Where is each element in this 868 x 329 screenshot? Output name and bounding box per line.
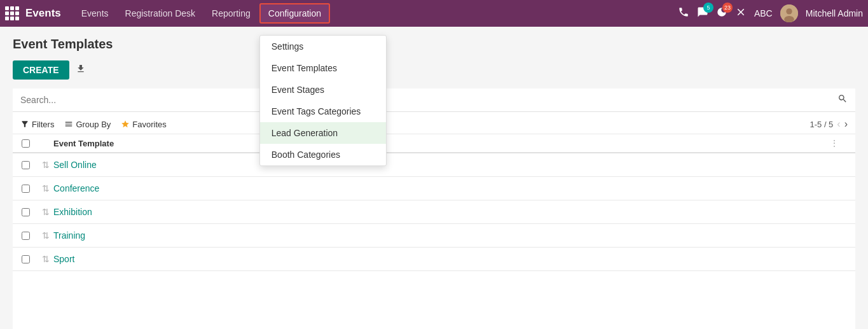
nav-links: Events Registration Desk Reporting Confi… [74,4,678,22]
row-checkbox-2[interactable] [13,185,38,193]
create-button[interactable]: CREATE [13,60,69,80]
header-actions: ⋮ [830,138,855,148]
next-page-button[interactable]: › [844,118,848,130]
user-name: Mitchell Admin [806,8,863,18]
drag-handle-2[interactable]: ⇅ [38,183,53,193]
app-brand[interactable]: Events [25,7,61,20]
avatar[interactable] [780,4,798,22]
apps-icon[interactable] [5,6,19,20]
row-name-3[interactable]: Exhibition [53,207,855,217]
row-checkbox-4[interactable] [13,232,38,240]
drag-handle-5[interactable]: ⇅ [38,254,53,264]
table-row: ⇅ Sport [13,248,855,271]
column-settings-icon[interactable]: ⋮ [830,138,839,148]
nav-events[interactable]: Events [74,4,116,22]
row-name-5[interactable]: Sport [53,254,855,264]
group-by-button[interactable]: Group By [64,120,111,129]
menu-event-templates[interactable]: Event Templates [260,57,386,79]
row-checkbox-1[interactable] [13,161,38,169]
moon-badge: 23 [722,3,733,13]
filter-row: Filters Group By Favorites 1-5 / 5 ‹ › [13,115,855,134]
favorites-button[interactable]: Favorites [121,120,166,129]
group-by-label: Group By [76,120,111,129]
nav-configuration-wrapper: Configuration Settings Event Templates E… [259,8,330,18]
table-row: ⇅ Sell Online [13,153,855,177]
filters-label: Filters [32,120,54,129]
row-checkbox-3[interactable] [13,208,38,216]
user-initials: ABC [754,8,773,18]
nav-reporting[interactable]: Reporting [204,4,258,22]
top-navigation: Events Events Registration Desk Reportin… [0,0,868,27]
drag-handle-4[interactable]: ⇅ [38,230,53,241]
configuration-dropdown: Settings Event Templates Event Stages Ev… [259,35,387,166]
menu-booth-categories[interactable]: Booth Categories [260,144,386,165]
nav-registration-desk[interactable]: Registration Desk [118,4,203,22]
menu-event-stages[interactable]: Event Stages [260,79,386,101]
export-button[interactable] [76,64,86,76]
table-row: ⇅ Exhibition [13,200,855,224]
nav-configuration[interactable]: Configuration [259,3,330,24]
column-header-name: Event Template [53,139,830,148]
select-all-checkbox[interactable] [22,139,30,148]
pagination-text: 1-5 / 5 [809,120,833,129]
search-bar [13,88,855,112]
phone-icon[interactable] [678,6,689,20]
drag-handle-1[interactable]: ⇅ [38,160,53,170]
chat-icon[interactable]: 5 [697,6,708,20]
table-row: ⇅ Conference [13,177,855,200]
close-icon[interactable] [735,6,747,20]
row-name-2[interactable]: Conference [53,183,855,193]
page-title: Event Templates [13,37,855,52]
prev-page-button[interactable]: ‹ [837,118,840,130]
search-input[interactable] [20,95,831,105]
svg-point-1 [786,8,792,14]
topnav-right: 5 23 ABC Mitchell Admin [678,4,863,22]
table-header: Event Template ⋮ [13,134,855,153]
row-name-1[interactable]: Sell Online [53,160,855,170]
moon-icon[interactable]: 23 [716,6,727,20]
row-checkbox-5[interactable] [13,255,38,263]
chat-badge: 5 [703,3,713,13]
filters-button[interactable]: Filters [20,120,54,129]
table-body: ⇅ Sell Online ⇅ Conference ⇅ Exhibition … [13,153,855,271]
drag-handle-3[interactable]: ⇅ [38,207,53,217]
favorites-label: Favorites [132,120,166,129]
pagination: 1-5 / 5 ‹ › [809,118,848,130]
menu-lead-generation[interactable]: Lead Generation [260,122,386,144]
page-content: Event Templates CREATE Filters Group By [0,27,868,329]
row-name-4[interactable]: Training [53,230,855,241]
main-area: Filters Group By Favorites 1-5 / 5 ‹ › E… [13,88,855,329]
toolbar: CREATE [13,60,855,80]
table-row: ⇅ Training [13,224,855,248]
menu-event-tags-categories[interactable]: Event Tags Categories [260,101,386,122]
header-checkbox[interactable] [13,139,38,148]
menu-settings[interactable]: Settings [260,36,386,57]
search-icon[interactable] [837,94,848,106]
